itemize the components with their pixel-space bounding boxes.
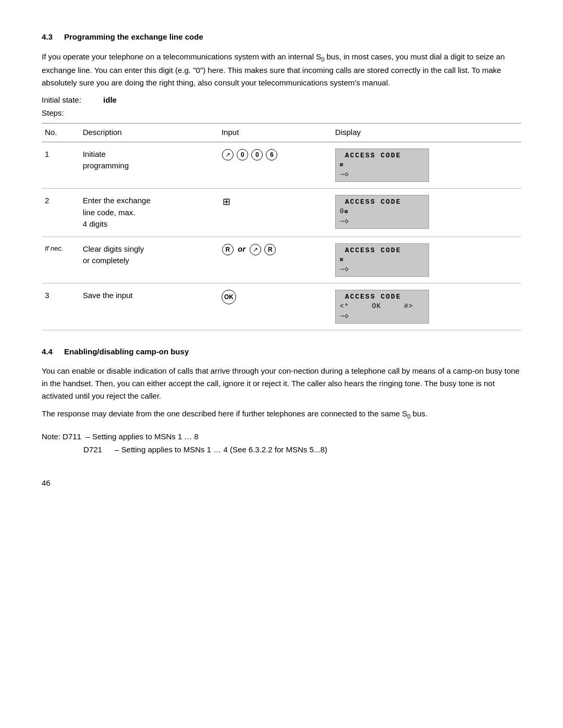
row2-desc-line2: line code, max. (83, 208, 136, 217)
initial-state-value: idle (103, 95, 117, 104)
row4-display: ACCESS CODE <* OK #> →◇ (332, 283, 521, 330)
display-screen-3: ACCESS CODE →◇ (335, 243, 429, 277)
row2-desc-line1: Enter the exchange (83, 196, 151, 205)
table-row: 1 Initiate programming ↗ 0 0 6 ACCESS CO… (42, 142, 521, 189)
initial-state-label: Initial state: (42, 95, 81, 104)
row2-input: ⊞ (218, 189, 332, 237)
steps-label: Steps: (42, 107, 521, 119)
col-header-desc: Description (80, 124, 218, 142)
section-44-heading: 4.4 Enabling/disabling camp-on busy (42, 346, 521, 358)
row1-desc-line2: programming (83, 161, 129, 170)
row1-display: ACCESS CODE →◇ (332, 142, 521, 189)
body2-text: The response may deviate from the one de… (42, 409, 407, 418)
row1-no: 1 (42, 142, 80, 189)
section-43-number: 4.3 (42, 32, 53, 41)
table-row: If nec. Clear digits singly or completel… (42, 237, 521, 283)
btn-6-icon: 6 (266, 149, 277, 161)
r-icon-2: R (264, 244, 276, 255)
display-screen-2: ACCESS CODE 0 →◇ (335, 195, 429, 229)
row3-desc-line1: Clear digits singly (83, 244, 144, 253)
row1-input: ↗ 0 0 6 (218, 142, 332, 189)
row4-no: 3 (42, 283, 80, 330)
btn-0b-icon: 0 (251, 149, 263, 161)
row1-desc: Initiate programming (80, 142, 218, 189)
btn-0-icon: 0 (237, 149, 248, 161)
hook-icon-2: ↗ (250, 244, 261, 255)
col-header-input: Input (218, 124, 332, 142)
section-44-body1: You can enable or disable indication of … (42, 365, 521, 402)
row2-no: 2 (42, 189, 80, 237)
section-44: 4.4 Enabling/disabling camp-on busy You … (42, 346, 521, 456)
r-icon: R (222, 244, 234, 255)
section-43-body: If you operate your telephone on a telec… (42, 51, 521, 90)
section-44-label: Enabling/disabling camp-on busy (64, 347, 189, 356)
note-label: Note: D711 (42, 430, 83, 443)
section-43-heading: 4.3 Programming the exchange line code (42, 31, 521, 43)
row2-desc-line3: 4 digits (83, 219, 108, 228)
table-row: 2 Enter the exchange line code, max. 4 d… (42, 189, 521, 237)
section-44-number: 4.4 (42, 347, 53, 356)
or-text: or (238, 244, 246, 253)
body2-cont: bus. (410, 409, 427, 418)
row1-desc-line1: Initiate (83, 150, 106, 158)
row3-input: R or ↗ R (218, 237, 332, 283)
note-d721-text: – Setting applies to MSNs 1 … 4 (See 6.3… (115, 445, 327, 454)
row3-no: If nec. (42, 237, 80, 283)
row3-desc-line2: or completely (83, 256, 129, 265)
row3-desc: Clear digits singly or completely (80, 237, 218, 283)
row4-desc-line1: Save the input (83, 291, 133, 300)
ok-icon: OK (222, 290, 236, 304)
display-screen-4: ACCESS CODE <* OK #> →◇ (335, 290, 429, 324)
note-d711-text: – Setting applies to MSNs 1 … 8 (85, 432, 199, 441)
table-row: 3 Save the input OK ACCESS CODE <* OK #>… (42, 283, 521, 330)
row2-desc: Enter the exchange line code, max. 4 dig… (80, 189, 218, 237)
hook-icon-1: ↗ (222, 149, 234, 161)
col-header-no: No. (42, 124, 80, 142)
display-screen-1: ACCESS CODE →◇ (335, 149, 429, 182)
section-43-label: Programming the exchange line code (64, 32, 203, 41)
body1-text: If you operate your telephone on a telec… (42, 52, 321, 61)
grid-icon: ⊞ (223, 195, 230, 209)
page-number: 46 (42, 477, 521, 489)
steps-table: No. Description Input Display 1 Initiate… (42, 123, 521, 330)
note-block: Note: D711 – Setting applies to MSNs 1 …… (42, 430, 521, 456)
note-d721-line: D721 – Setting applies to MSNs 1 … 4 (Se… (83, 443, 521, 456)
col-header-display: Display (332, 124, 521, 142)
row2-display: ACCESS CODE 0 →◇ (332, 189, 521, 237)
note-d711-line: Note: D711 – Setting applies to MSNs 1 …… (42, 430, 521, 443)
row3-display: ACCESS CODE →◇ (332, 237, 521, 283)
initial-state-line: Initial state: idle (42, 94, 521, 106)
note-d721-label: D721 (83, 445, 102, 454)
row4-desc: Save the input (80, 283, 218, 330)
section-44-body2: The response may deviate from the one de… (42, 408, 521, 422)
row4-input: OK (218, 283, 332, 330)
